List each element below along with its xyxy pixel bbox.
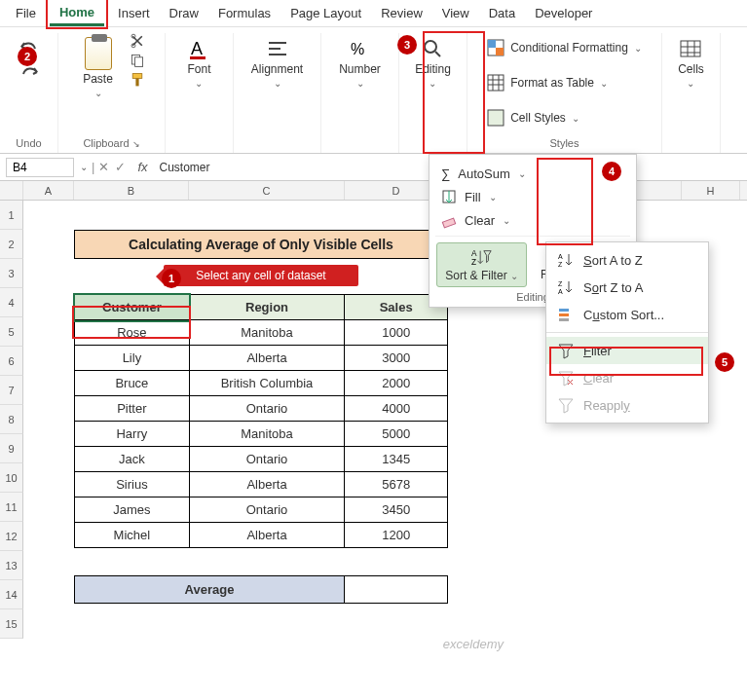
row-header[interactable]: 12 xyxy=(0,522,23,551)
callout-badge-3: 3 xyxy=(397,35,417,55)
clear-item[interactable]: Clear⌄ xyxy=(435,208,630,232)
svg-text:%: % xyxy=(351,41,364,57)
paste-button[interactable]: Paste ⌄ xyxy=(77,33,119,102)
cut-icon[interactable] xyxy=(129,33,146,49)
svg-rect-25 xyxy=(559,309,569,312)
col-H[interactable]: H xyxy=(682,181,740,200)
tab-formulas[interactable]: Formulas xyxy=(208,2,280,24)
svg-rect-17 xyxy=(442,218,455,228)
reapply-item[interactable]: Reapply xyxy=(546,391,708,419)
clear-filter-item[interactable]: Clear xyxy=(546,364,708,391)
watermark: exceldemy xyxy=(443,637,504,651)
font-label: Font xyxy=(187,62,210,76)
tab-data[interactable]: Data xyxy=(479,2,525,24)
format-painter-icon[interactable] xyxy=(129,72,146,88)
row-header[interactable]: 2 xyxy=(0,230,23,259)
reapply-icon xyxy=(558,397,574,413)
row-header[interactable]: 14 xyxy=(0,580,23,609)
format-as-table-button[interactable]: Format as Table⌄ xyxy=(487,68,608,97)
tab-insert[interactable]: Insert xyxy=(108,2,160,24)
table-row[interactable]: HarryManitoba5000 xyxy=(75,422,448,447)
svg-text:Z: Z xyxy=(558,280,563,287)
table-row[interactable]: MichelAlberta1200 xyxy=(75,523,448,548)
tab-review[interactable]: Review xyxy=(371,2,432,24)
fill-icon xyxy=(441,189,457,204)
cancel-icon[interactable]: ✕ xyxy=(98,160,109,174)
header-region[interactable]: Region xyxy=(189,295,345,320)
sort-za-icon: ZA xyxy=(558,279,574,295)
cell-styles-icon xyxy=(487,109,504,127)
tab-home[interactable]: Home xyxy=(50,1,104,26)
row-header[interactable]: 1 xyxy=(0,201,23,230)
name-box[interactable] xyxy=(6,158,74,177)
svg-point-9 xyxy=(425,41,436,53)
average-value[interactable] xyxy=(345,575,448,604)
copy-icon[interactable] xyxy=(129,53,146,68)
alignment-button[interactable]: Alignment⌄ xyxy=(245,33,309,92)
cells-button[interactable]: Cells⌄ xyxy=(672,33,710,92)
ribbon: Undo Paste ⌄ Clipboard ↘ A Font⌄ Alignme… xyxy=(0,27,747,154)
average-row: Average xyxy=(74,575,448,604)
table-icon xyxy=(487,74,504,92)
conditional-formatting-button[interactable]: Conditional Formatting⌄ xyxy=(487,33,642,62)
col-B[interactable]: B xyxy=(74,181,189,200)
filter-item[interactable]: Filter xyxy=(546,337,708,364)
number-label: Number xyxy=(339,62,381,76)
tab-file[interactable]: File xyxy=(6,2,46,24)
row-header[interactable]: 3 xyxy=(0,259,23,288)
tab-draw[interactable]: Draw xyxy=(160,2,208,24)
row-header[interactable]: 9 xyxy=(0,434,23,463)
table-row[interactable]: LilyAlberta3000 xyxy=(75,346,448,371)
table-row[interactable]: SiriusAlberta5678 xyxy=(75,472,448,497)
enter-icon[interactable]: ✓ xyxy=(115,160,126,174)
chevron-down-icon[interactable]: ⌄ xyxy=(80,162,88,172)
average-label: Average xyxy=(74,575,345,604)
svg-text:A: A xyxy=(558,253,563,260)
table-row[interactable]: RoseManitoba1000 xyxy=(75,320,448,346)
svg-rect-12 xyxy=(496,48,504,55)
row-header[interactable]: 5 xyxy=(0,317,23,347)
table-row[interactable]: PitterOntario4000 xyxy=(75,396,448,422)
data-table[interactable]: Customer Region Sales RoseManitoba1000Li… xyxy=(74,294,448,548)
autosum-item[interactable]: ∑AutoSum⌄ xyxy=(435,163,630,185)
tab-view[interactable]: View xyxy=(432,2,479,24)
fill-item[interactable]: Fill⌄ xyxy=(435,185,630,208)
eraser-icon xyxy=(441,212,457,228)
number-button[interactable]: % Number⌄ xyxy=(333,33,387,92)
formula-value[interactable]: Customer xyxy=(154,159,216,176)
table-row[interactable]: JackOntario1345 xyxy=(75,447,448,472)
row-header[interactable]: 8 xyxy=(0,405,23,434)
svg-rect-14 xyxy=(488,110,504,126)
svg-rect-15 xyxy=(681,41,700,56)
row-header[interactable]: 4 xyxy=(0,288,23,317)
col-C[interactable]: C xyxy=(189,181,345,200)
cell-styles-button[interactable]: Cell Styles⌄ xyxy=(487,103,579,132)
svg-text:A: A xyxy=(558,288,563,295)
table-row[interactable]: JamesOntario3450 xyxy=(75,497,448,523)
sort-za-item[interactable]: ZA Sort Z to A xyxy=(546,274,708,301)
table-row[interactable]: BruceBritish Columbia2000 xyxy=(75,371,448,396)
row-header[interactable]: 11 xyxy=(0,493,23,522)
group-clipboard-label: Clipboard ↘ xyxy=(83,133,139,149)
sort-filter-button[interactable]: AZ Sort & Filter ⌄ xyxy=(436,242,527,287)
row-header[interactable]: 7 xyxy=(0,376,23,405)
tab-page-layout[interactable]: Page Layout xyxy=(280,2,371,24)
conditional-formatting-icon xyxy=(487,39,504,56)
tooltip-select-cell: Select any cell of dataset xyxy=(164,265,358,286)
fx-icon[interactable]: fx xyxy=(137,160,147,174)
svg-rect-5 xyxy=(135,78,138,86)
chevron-down-icon: ⌄ xyxy=(94,88,102,98)
percent-icon: % xyxy=(349,37,372,60)
sort-az-item[interactable]: AZ SSort A to Zort A to Z xyxy=(546,246,708,274)
callout-badge-5: 5 xyxy=(715,352,734,372)
row-header[interactable]: 15 xyxy=(0,609,23,639)
row-header[interactable]: 10 xyxy=(0,463,23,493)
custom-sort-item[interactable]: Custom Sort... xyxy=(546,301,708,328)
row-header[interactable]: 13 xyxy=(0,551,23,580)
tab-developer[interactable]: Developer xyxy=(525,2,602,24)
grid-row[interactable]: 15 xyxy=(0,609,747,639)
header-customer[interactable]: Customer xyxy=(75,295,190,320)
font-button[interactable]: A Font⌄ xyxy=(181,33,216,92)
row-header[interactable]: 6 xyxy=(0,347,23,376)
col-A[interactable]: A xyxy=(23,181,74,200)
